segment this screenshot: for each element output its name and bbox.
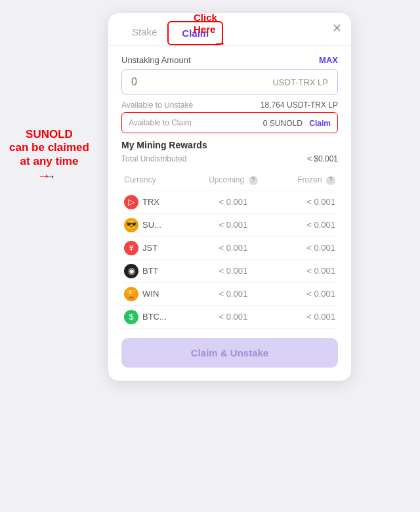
coin-symbol: BTC... — [142, 312, 167, 322]
table-row: ▷ TRX < 0.001 < 0.001 — [121, 190, 338, 213]
win-icon: 🏆 — [124, 287, 138, 301]
total-label: Total Undistributed — [121, 154, 186, 163]
claim-unstake-button[interactable]: Claim & Unstake — [121, 338, 338, 368]
table-row: ¥ JST < 0.001 < 0.001 — [121, 236, 338, 259]
max-button[interactable]: MAX — [319, 55, 338, 65]
unstaking-label-row: Unstaking Amount MAX — [121, 55, 338, 65]
coin-cell: 😎 SU... — [121, 214, 193, 236]
upcoming-cell: < 0.001 — [193, 282, 274, 305]
coin-cell: 🏆 WIN — [121, 283, 193, 305]
btc-icon: $ — [124, 310, 138, 324]
upcoming-help-icon[interactable]: ? — [249, 176, 258, 185]
coin-cell: $ BTC... — [121, 306, 193, 328]
frozen-cell: < 0.001 — [274, 259, 338, 282]
table-row: $ BTC... < 0.001 < 0.001 — [121, 305, 338, 328]
upcoming-cell: < 0.001 — [193, 190, 274, 213]
modal-tabs: Stake Claim — [108, 18, 351, 46]
available-to-claim-row: Available to Claim 0 SUNOLD Claim — [121, 112, 338, 133]
left-annotation: SUNOLD can be claimed at any time → — [7, 128, 92, 180]
claim-label: Available to Claim — [129, 118, 192, 127]
coin-cell: ◉ BTT — [121, 260, 193, 282]
col-frozen: Frozen ? — [274, 173, 338, 190]
table-row: ◉ BTT < 0.001 < 0.001 — [121, 259, 338, 282]
frozen-cell: < 0.001 — [274, 282, 338, 305]
amount-token: USDT-TRX LP — [272, 77, 328, 87]
frozen-cell: < 0.001 — [274, 213, 338, 236]
coin-symbol: JST — [142, 243, 158, 253]
unstaking-amount-label: Unstaking Amount — [121, 55, 191, 65]
available-unstake-value: 18.764 USDT-TRX LP — [261, 100, 338, 110]
sunold-label: SUNOLD can be claimed at any time — [7, 128, 92, 168]
jst-icon: ¥ — [124, 241, 138, 255]
total-undistributed-row: Total Undistributed < $0.001 — [121, 154, 338, 167]
coin-cell: ▷ TRX — [121, 191, 193, 213]
trx-icon: ▷ — [124, 195, 138, 209]
upcoming-cell: < 0.001 — [193, 305, 274, 328]
rewards-table: Currency Upcoming ? Frozen ? — [121, 173, 338, 329]
coin-symbol: WIN — [142, 289, 159, 299]
frozen-cell: < 0.001 — [274, 236, 338, 259]
amount-input-box: USDT-TRX LP — [121, 69, 338, 95]
upcoming-cell: < 0.001 — [193, 236, 274, 259]
available-to-unstake-row: Available to Unstake 18.764 USDT-TRX LP — [121, 100, 338, 110]
arrow-icon: → — [37, 171, 64, 180]
frozen-help-icon[interactable]: ? — [326, 176, 335, 185]
upcoming-cell: < 0.001 — [193, 213, 274, 236]
coin-symbol: TRX — [142, 197, 159, 207]
coin-symbol: BTT — [142, 266, 159, 276]
coin-symbol: SU... — [142, 220, 161, 230]
col-upcoming: Upcoming ? — [193, 173, 274, 190]
col-currency: Currency — [121, 173, 193, 190]
table-row: 😎 SU... < 0.001 < 0.001 — [121, 213, 338, 236]
claim-link[interactable]: Claim — [309, 119, 331, 128]
modal-body: Unstaking Amount MAX USDT-TRX LP Availab… — [108, 46, 351, 329]
available-unstake-label: Available to Unstake — [121, 100, 193, 110]
claim-value: 0 SUNOLD — [263, 119, 303, 128]
tab-claim[interactable]: Claim — [167, 21, 223, 45]
amount-input[interactable] — [131, 76, 171, 88]
su-icon: 😎 — [124, 218, 138, 232]
table-row: 🏆 WIN < 0.001 < 0.001 — [121, 282, 338, 305]
coin-cell: ¥ JST — [121, 237, 193, 259]
modal: ✕ Stake Claim Click Here → Unstakin — [108, 13, 351, 381]
total-value: < $0.001 — [307, 154, 338, 163]
btt-icon: ◉ — [124, 264, 138, 278]
upcoming-cell: < 0.001 — [193, 259, 274, 282]
page-wrapper: SUNOLD can be claimed at any time → ✕ St… — [0, 0, 420, 512]
mining-rewards-title: My Mining Rewards — [121, 140, 338, 150]
frozen-cell: < 0.001 — [274, 190, 338, 213]
frozen-cell: < 0.001 — [274, 305, 338, 328]
tab-stake[interactable]: Stake — [121, 18, 167, 45]
